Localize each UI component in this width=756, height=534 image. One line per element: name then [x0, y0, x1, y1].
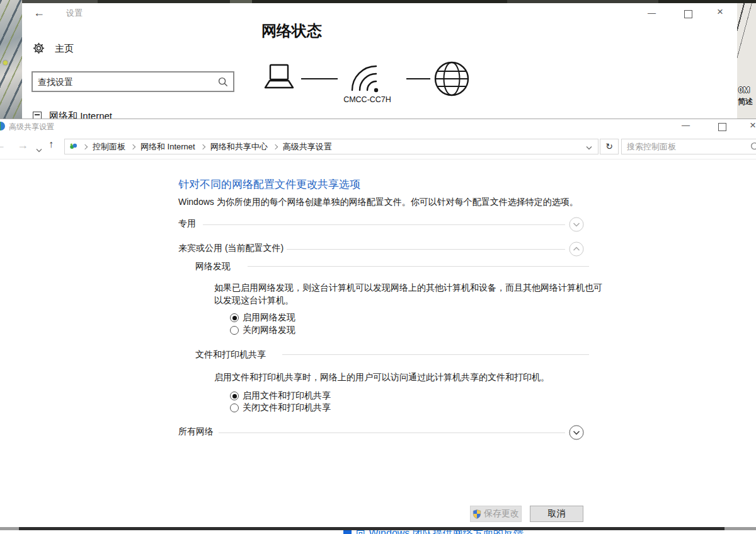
- control-panel-search-box[interactable]: [621, 139, 756, 154]
- laptop-icon: [260, 62, 298, 96]
- breadcrumb-control-panel[interactable]: 控制面板: [93, 141, 125, 153]
- maximize-button[interactable]: [718, 123, 726, 131]
- connection-line: [406, 78, 430, 79]
- uac-shield-icon: [472, 509, 481, 519]
- cancel-label: 取消: [548, 508, 566, 519]
- window-icon: [0, 121, 6, 134]
- expand-all-networks-chevron-icon[interactable]: [569, 425, 584, 440]
- radio-label[interactable]: 关闭文件和打印机共享: [243, 402, 331, 414]
- section-guest-public-label: 来宾或公用 (当前配置文件): [178, 243, 284, 254]
- breadcrumb-separator-icon: [130, 144, 135, 149]
- page-intro: Windows 为你所使用的每个网络创建单独的网络配置文件。你可以针对每个配置文…: [178, 197, 578, 208]
- back-button[interactable]: ←: [0, 139, 6, 152]
- control-panel-search-input[interactable]: [622, 139, 756, 154]
- breadcrumb-separator-icon: [200, 144, 205, 149]
- breadcrumb-separator-icon: [83, 144, 88, 149]
- navigation-bar: ← → ↑ 控制面板 网络和 Internet: [0, 133, 756, 160]
- window-bottom-edge: [0, 527, 756, 530]
- file-printer-sharing-title: 文件和打印机共享: [195, 349, 266, 361]
- search-icon: [218, 77, 228, 90]
- subsection-divider: [248, 266, 589, 267]
- radio-label[interactable]: 启用文件和打印机共享: [243, 390, 331, 402]
- radio-enable-file-sharing[interactable]: 启用文件和打印机共享: [230, 390, 331, 402]
- window-title: 高级共享设置: [9, 122, 54, 132]
- minimize-button[interactable]: —: [682, 120, 690, 130]
- save-changes-label: 保存更改: [484, 508, 519, 519]
- page-title: 网络状态: [261, 21, 322, 41]
- save-changes-button[interactable]: 保存更改: [470, 506, 522, 522]
- network-discovery-title: 网络发现: [195, 261, 231, 272]
- breadcrumb-advanced-sharing[interactable]: 高级共享设置: [283, 141, 332, 153]
- gear-icon: [33, 42, 45, 57]
- wifi-icon: [348, 64, 383, 96]
- up-button[interactable]: ↑: [49, 139, 54, 150]
- radio-icon[interactable]: [230, 313, 239, 322]
- radio-enable-network-discovery[interactable]: 启用网络发现: [230, 312, 295, 323]
- settings-search-box[interactable]: [32, 71, 234, 92]
- connection-line: [301, 78, 338, 79]
- section-divider: [203, 224, 565, 225]
- recent-pages-dropdown-icon[interactable]: [36, 144, 42, 155]
- wifi-network-name: CMCC-CC7H: [337, 95, 398, 104]
- network-discovery-description: 如果已启用网络发现，则这台计算机可以发现网络上的其他计算机和设备，而且其他网络计…: [214, 281, 604, 306]
- breadcrumb-network-internet[interactable]: 网络和 Internet: [140, 141, 195, 153]
- globe-icon: [433, 61, 470, 100]
- maximize-button[interactable]: [684, 10, 692, 18]
- radio-label[interactable]: 关闭网络发现: [243, 325, 295, 336]
- breadcrumb-network-sharing-center[interactable]: 网络和共享中心: [210, 141, 268, 153]
- expand-private-chevron-icon[interactable]: [569, 217, 584, 232]
- close-button[interactable]: ×: [750, 119, 756, 132]
- advanced-sharing-window: 高级共享设置 — × ← → ↑: [0, 119, 756, 528]
- address-bar[interactable]: 控制面板 网络和 Internet 网络和共享中心 高级共享设置: [64, 139, 598, 154]
- minimize-button[interactable]: —: [648, 8, 656, 18]
- forward-button[interactable]: →: [17, 139, 28, 152]
- sidebar-item-home[interactable]: 主页: [55, 43, 74, 55]
- settings-window-title: 设置: [66, 8, 83, 19]
- refresh-button[interactable]: ↻: [600, 139, 619, 154]
- file-printer-sharing-description: 启用文件和打印机共享时，网络上的用户可以访问通过此计算机共享的文件和打印机。: [214, 371, 604, 383]
- section-divider: [287, 249, 565, 250]
- wallpaper-dot: [3, 61, 8, 65]
- back-arrow-icon[interactable]: ←: [33, 6, 45, 20]
- address-dropdown-icon[interactable]: [586, 141, 592, 153]
- collapse-guest-chevron-icon[interactable]: [569, 241, 584, 257]
- section-private-label: 专用: [178, 218, 196, 229]
- close-button[interactable]: ×: [717, 6, 723, 18]
- wallpaper-pattern: [0, 0, 22, 119]
- radio-icon[interactable]: [230, 392, 239, 400]
- desktop-wallpaper-left: [0, 0, 22, 119]
- radio-disable-network-discovery[interactable]: 关闭网络发现: [230, 325, 295, 336]
- desktop-wallpaper-right: 0M 简述: [737, 3, 756, 119]
- search-icon: [750, 142, 756, 154]
- radio-disable-file-sharing[interactable]: 关闭文件和打印机共享: [230, 402, 331, 414]
- radio-icon[interactable]: [230, 403, 239, 412]
- breadcrumb-separator-icon: [272, 144, 277, 149]
- radio-icon[interactable]: [230, 326, 239, 335]
- wallpaper-text: 简述: [738, 96, 753, 107]
- wallpaper-text: 0M: [738, 85, 750, 95]
- cancel-button[interactable]: 取消: [530, 506, 583, 522]
- radio-label[interactable]: 启用网络发现: [243, 312, 295, 323]
- settings-search-input[interactable]: [33, 73, 233, 91]
- section-all-networks-label: 所有网络: [178, 426, 214, 438]
- control-panel-icon: [69, 142, 77, 151]
- subsection-divider: [282, 354, 589, 355]
- section-divider: [219, 432, 565, 433]
- desktop: 0M 简述 ← 设置 — × 网络状态 主页: [0, 0, 756, 534]
- page-heading: 针对不同的网络配置文件更改共享选项: [178, 177, 360, 192]
